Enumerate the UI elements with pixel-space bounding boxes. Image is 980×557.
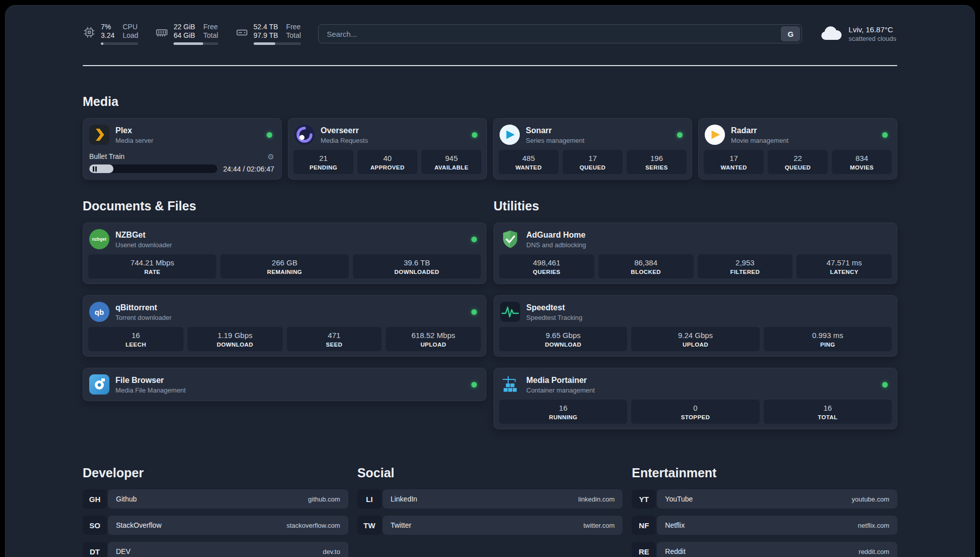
service-name[interactable]: File Browser	[115, 375, 186, 385]
stat-value: 471	[289, 331, 380, 340]
service-desc: Usenet downloader	[115, 241, 172, 249]
stat-tile: 266 GB REMAINING	[220, 254, 348, 278]
section-title-documents: Documents & Files	[83, 199, 486, 213]
bookmark-reddit[interactable]: RE Reddit reddit.com	[632, 542, 897, 557]
memory-label-2: Total	[203, 31, 218, 40]
service-name[interactable]: NZBGet	[115, 230, 172, 240]
stat-tile: 39.6 TB DOWNLOADED	[353, 254, 481, 278]
stat-label: WANTED	[501, 164, 557, 171]
stat-value: 9.65 Gbps	[501, 331, 625, 340]
speedtest-icon[interactable]	[500, 302, 520, 322]
status-dot	[471, 309, 477, 315]
stat-tile: 22 QUEUED	[768, 150, 828, 174]
bookmark-github[interactable]: GH Github github.com	[83, 489, 348, 509]
search-input[interactable]	[318, 24, 802, 43]
playback-progress-bar[interactable]	[89, 164, 217, 173]
bookmark-name: Twitter	[391, 521, 411, 529]
service-name[interactable]: Radarr	[731, 126, 788, 136]
stat-tile: 16 RUNNING	[499, 400, 627, 424]
stat-tile: 0.993 ms PING	[764, 327, 892, 351]
cpu-widget: 7% 3.24 CPU Load	[83, 23, 138, 45]
section-media: Media Plex Media server	[83, 94, 897, 180]
nzbget-icon[interactable]: nzbget	[89, 229, 109, 249]
stat-label: STOPPED	[633, 414, 757, 420]
qbittorrent-icon[interactable]: qb	[89, 302, 109, 322]
service-name[interactable]: Sonarr	[526, 126, 584, 136]
stat-label: TOTAL	[766, 414, 890, 420]
bookmark-youtube[interactable]: YT YouTube youtube.com	[632, 489, 897, 509]
stat-tile: 17 WANTED	[704, 150, 764, 174]
service-card-qbittorrent: qb qBittorrent Torrent downloader 16	[83, 295, 486, 357]
bookmarks-social: Social LI LinkedIn linkedin.com TW Twitt…	[357, 466, 623, 557]
bookmark-stackoverflow[interactable]: SO StackOverflow stackoverflow.com	[83, 516, 348, 535]
stat-tile: 1.19 Gbps DOWNLOAD	[188, 327, 283, 351]
memory-label-1: Free	[203, 23, 218, 31]
service-name[interactable]: Speedtest	[526, 303, 582, 313]
stat-tile: 471 SEED	[287, 327, 382, 351]
memory-progress-bar	[173, 42, 218, 45]
filebrowser-icon[interactable]	[89, 374, 109, 395]
bookmark-name: YouTube	[665, 495, 693, 503]
stat-value: 16	[766, 404, 890, 412]
stat-value: 834	[834, 154, 890, 162]
weather-widget[interactable]: Lviv, 16.87°C scattered clouds	[819, 25, 897, 43]
service-card-radarr: Radarr Movie management 17 WANTED 22 QUE…	[698, 118, 897, 180]
service-card-plex: Plex Media server Bullet Train ⚙	[83, 118, 282, 180]
bookmark-url: reddit.com	[859, 548, 889, 555]
service-name[interactable]: Overseerr	[321, 126, 368, 136]
radarr-icon[interactable]	[705, 125, 725, 145]
stat-tile: 618.52 Mbps UPLOAD	[386, 327, 481, 351]
adguard-icon[interactable]	[500, 229, 520, 249]
pause-icon[interactable]	[92, 166, 97, 172]
sonarr-icon[interactable]	[500, 125, 520, 145]
overseerr-icon[interactable]	[294, 125, 315, 145]
status-dot	[267, 132, 272, 138]
bookmark-linkedin[interactable]: LI LinkedIn linkedin.com	[357, 489, 623, 509]
service-desc: Media File Management	[115, 386, 186, 394]
gear-icon[interactable]: ⚙	[268, 153, 274, 160]
stat-value: 16	[90, 331, 181, 340]
memory-free-value: 22 GiB	[173, 23, 195, 31]
stat-tile: 834 MOVIES	[832, 150, 892, 174]
bookmark-dev[interactable]: DT DEV dev.to	[83, 542, 348, 557]
status-dot	[882, 132, 888, 138]
service-desc: Movie management	[731, 137, 788, 144]
stat-label: DOWNLOAD	[501, 342, 625, 348]
search-provider-button[interactable]: G	[781, 26, 800, 41]
disk-total-value: 97.9 TB	[254, 31, 278, 40]
portainer-icon[interactable]	[500, 374, 520, 395]
stat-value: 266 GB	[222, 258, 346, 267]
stat-tile: 945 AVAILABLE	[421, 150, 481, 174]
bookmark-name: Netflix	[665, 521, 685, 529]
bookmark-abbr: GH	[83, 489, 107, 509]
bookmark-twitter[interactable]: TW Twitter twitter.com	[357, 516, 623, 535]
stat-label: SERIES	[629, 164, 685, 171]
header-divider	[83, 65, 897, 66]
status-dot	[882, 382, 888, 387]
section-utilities: Utilities	[494, 199, 897, 429]
stat-tile: 47.571 ms LATENCY	[797, 254, 892, 278]
service-name[interactable]: qBittorrent	[115, 303, 171, 313]
stat-value: 196	[629, 154, 685, 162]
service-name[interactable]: AdGuard Home	[526, 230, 586, 240]
service-card-overseerr: Overseerr Media Requests 21 PENDING 40 A…	[288, 118, 487, 180]
bookmark-abbr: NF	[632, 516, 656, 535]
stat-tile: 498,461 QUERIES	[499, 254, 594, 278]
service-desc: Media Requests	[321, 137, 368, 144]
section-title-developer: Developer	[83, 466, 348, 480]
plex-icon[interactable]	[89, 125, 109, 145]
cloud-icon	[819, 25, 842, 43]
bookmark-netflix[interactable]: NF Netflix netflix.com	[632, 516, 897, 535]
service-name[interactable]: Plex	[115, 126, 153, 136]
section-title-entertainment: Entertainment	[632, 466, 897, 480]
service-desc: Container management	[526, 386, 595, 394]
plex-now-playing: Bullet Train ⚙ 24:44 / 02:06:47	[88, 151, 276, 174]
section-title-media: Media	[83, 94, 897, 109]
stat-label: RUNNING	[501, 414, 625, 420]
stat-value: 618.52 Mbps	[388, 331, 479, 340]
bookmark-name: StackOverflow	[116, 521, 161, 529]
bookmark-name: Github	[116, 495, 137, 503]
stat-tile: 16 LEECH	[88, 327, 183, 351]
cpu-load-value: 3.24	[101, 31, 114, 40]
service-name[interactable]: Media Portainer	[526, 375, 595, 385]
